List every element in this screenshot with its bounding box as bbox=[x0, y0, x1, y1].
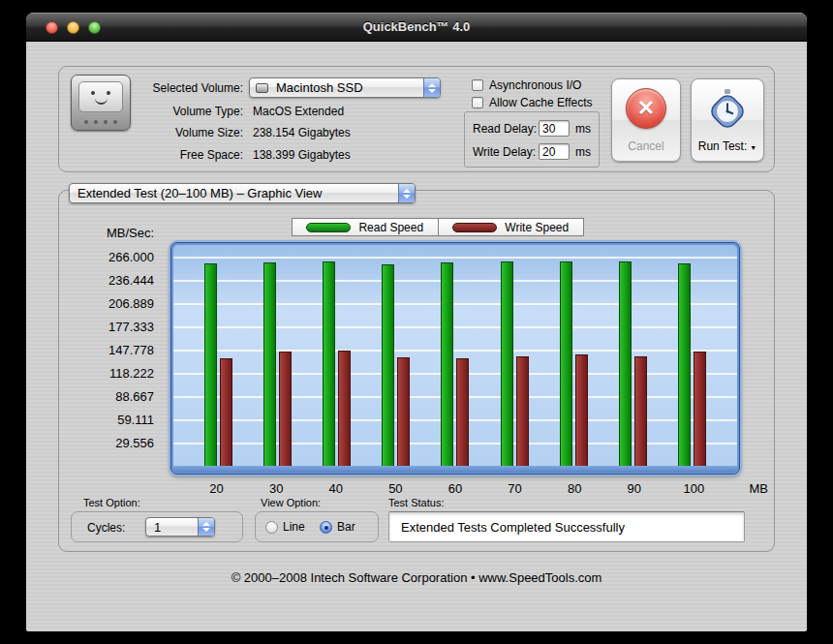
x-tick-label: 60 bbox=[439, 481, 472, 496]
y-tick-label: 118.222 bbox=[109, 366, 154, 382]
cycles-value: 1 bbox=[146, 518, 198, 536]
write-speed-bar bbox=[279, 352, 292, 467]
x-tick-label: 80 bbox=[558, 481, 591, 496]
free-space-label: Free Space: bbox=[78, 148, 243, 162]
cache-effects-checkbox-row: Allow Cache Effects bbox=[472, 96, 593, 109]
popup-arrows-icon bbox=[398, 184, 415, 202]
selected-volume-value: Macintosh SSD bbox=[268, 78, 423, 97]
volume-type-value: MacOS Extended bbox=[253, 105, 344, 118]
selected-volume-popup[interactable]: Macintosh SSD bbox=[249, 77, 441, 98]
bar-group bbox=[323, 261, 351, 467]
window-title: QuickBench™ 4.0 bbox=[26, 19, 807, 34]
write-speed-bar bbox=[397, 357, 410, 467]
x-axis-labels: 2030405060708090100MB bbox=[173, 481, 737, 496]
read-delay-input[interactable] bbox=[539, 120, 570, 137]
popup-arrows-icon bbox=[198, 518, 214, 536]
cycles-popup[interactable]: 1 bbox=[145, 517, 215, 537]
read-speed-bar bbox=[263, 262, 276, 467]
bar-groups bbox=[173, 245, 737, 467]
x-tick-label: 30 bbox=[260, 481, 293, 496]
legend-read-speed: Read Speed bbox=[293, 219, 438, 235]
popup-arrows-icon bbox=[423, 78, 440, 97]
run-test-button-label: Run Test: bbox=[698, 139, 747, 153]
quickbench-window: QuickBench™ 4.0 Selected Volume: Macinto… bbox=[26, 13, 807, 631]
delay-settings-box: Read Delay: ms Write Delay: ms bbox=[464, 111, 600, 168]
write-speed-bar bbox=[338, 351, 351, 467]
bar-group bbox=[619, 261, 647, 467]
write-speed-bar bbox=[694, 352, 706, 467]
mini-disk-icon bbox=[256, 83, 268, 93]
test-results-panel: Extended Test (20–100 MB) – Graphic View… bbox=[58, 190, 775, 552]
y-tick-label: 29.556 bbox=[115, 436, 154, 451]
read-speed-bar bbox=[678, 263, 691, 467]
y-tick-label: 147.778 bbox=[108, 343, 154, 358]
chart-legend: Read Speed Write Speed bbox=[292, 218, 584, 236]
test-view-selector-value: Extended Test (20–100 MB) – Graphic View bbox=[70, 184, 398, 202]
cache-effects-label: Allow Cache Effects bbox=[489, 96, 593, 109]
read-speed-bar bbox=[619, 261, 632, 467]
write-speed-legend-label: Write Speed bbox=[505, 221, 569, 234]
test-view-selector-popup[interactable]: Extended Test (20–100 MB) – Graphic View bbox=[69, 183, 416, 203]
volume-size-label: Volume Size: bbox=[78, 126, 243, 139]
bar-group bbox=[204, 263, 232, 467]
x-axis-unit: MB bbox=[750, 481, 769, 496]
view-option-label: View Option: bbox=[261, 497, 321, 508]
cycles-label: Cycles: bbox=[87, 521, 125, 535]
volume-size-value: 238.154 Gigabytes bbox=[253, 126, 351, 139]
cancel-x-icon: ✕ bbox=[626, 88, 666, 129]
chart-plot bbox=[170, 242, 740, 475]
stopwatch-icon bbox=[705, 88, 750, 133]
y-axis-title: MB/Sec: bbox=[67, 226, 154, 240]
title-bar[interactable]: QuickBench™ 4.0 bbox=[26, 13, 807, 42]
read-speed-bar bbox=[323, 261, 335, 467]
bar-group bbox=[382, 264, 410, 468]
x-tick-label: 100 bbox=[677, 481, 710, 496]
x-tick-label: 40 bbox=[320, 481, 353, 496]
free-space-value: 138.399 Gigabytes bbox=[253, 148, 351, 162]
bar-radio-row: Bar bbox=[320, 520, 355, 534]
write-speed-bar bbox=[456, 358, 469, 467]
test-option-label: Test Option: bbox=[83, 497, 140, 508]
x-tick-label: 50 bbox=[379, 481, 412, 496]
write-speed-bar bbox=[516, 356, 529, 468]
bar-group bbox=[441, 262, 469, 467]
cycles-group: Cycles: 1 bbox=[71, 511, 243, 542]
write-delay-unit: ms bbox=[575, 145, 591, 159]
test-status-text: Extended Tests Completed Successfully bbox=[401, 520, 625, 535]
async-io-checkbox-row: Asynchronous I/O bbox=[472, 78, 581, 92]
y-tick-label: 236.444 bbox=[108, 273, 154, 289]
line-radio-row: Line bbox=[265, 520, 305, 534]
selected-volume-label: Selected Volume: bbox=[78, 81, 243, 95]
view-option-group: Line Bar bbox=[255, 511, 379, 542]
y-tick-label: 266.000 bbox=[108, 250, 154, 265]
write-delay-label: Write Delay: bbox=[473, 145, 539, 159]
footer-text: © 2000–2008 Intech Software Corporation … bbox=[26, 570, 807, 585]
y-tick-label: 177.333 bbox=[108, 320, 154, 335]
write-speed-bar bbox=[220, 358, 232, 467]
y-tick-label: 88.667 bbox=[115, 389, 154, 405]
test-status-label: Test Status: bbox=[388, 497, 444, 508]
plot-base-strip bbox=[173, 466, 737, 473]
read-speed-bar bbox=[441, 262, 453, 467]
bar-group bbox=[501, 261, 529, 467]
write-speed-swatch bbox=[452, 223, 497, 232]
async-io-checkbox[interactable] bbox=[472, 79, 483, 91]
y-axis-labels: 266.000236.444206.889177.333147.778118.2… bbox=[67, 245, 154, 467]
cancel-button[interactable]: ✕ Cancel bbox=[611, 78, 681, 162]
volume-type-label: Volume Type: bbox=[78, 105, 243, 118]
write-speed-bar bbox=[575, 354, 588, 467]
run-test-dropdown-caret-icon: ▼ bbox=[750, 144, 756, 151]
write-delay-input[interactable] bbox=[539, 143, 570, 160]
line-radio[interactable] bbox=[265, 521, 278, 534]
read-delay-unit: ms bbox=[575, 122, 591, 136]
line-radio-label: Line bbox=[283, 520, 305, 534]
legend-write-speed: Write Speed bbox=[438, 219, 584, 235]
write-speed-bar bbox=[634, 356, 647, 468]
y-tick-label: 59.111 bbox=[117, 413, 154, 428]
test-status-box: Extended Tests Completed Successfully bbox=[388, 511, 745, 542]
bar-group bbox=[263, 262, 292, 467]
cache-effects-checkbox[interactable] bbox=[472, 97, 483, 108]
plot-area bbox=[173, 245, 737, 467]
run-test-button[interactable]: Run Test: ▼ bbox=[691, 78, 764, 162]
bar-radio[interactable] bbox=[320, 521, 332, 534]
